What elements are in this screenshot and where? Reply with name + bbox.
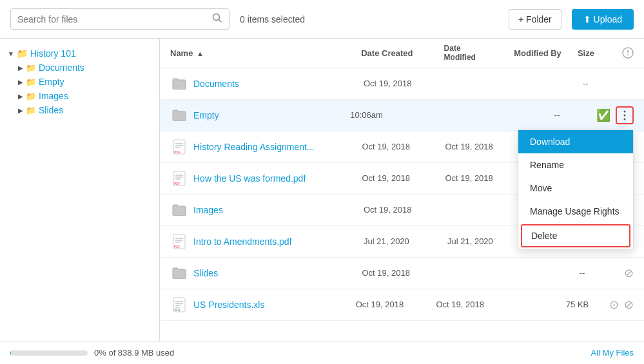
folder-icon-slides: 📁 bbox=[26, 106, 36, 115]
upload-button[interactable]: ⬆ Upload bbox=[572, 9, 634, 30]
svg-text:PDF: PDF bbox=[174, 182, 181, 186]
sidebar-item-images[interactable]: ▶ 📁 Images bbox=[15, 89, 154, 103]
folder-icon-images: 📁 bbox=[26, 91, 36, 101]
xls-icon-row: XLS bbox=[170, 296, 188, 314]
cell-name-amendments: PDF Intro to Amendments.pdf bbox=[170, 233, 364, 251]
svg-point-7 bbox=[624, 118, 626, 120]
sidebar-item-history101[interactable]: ▼ 📁 History 101 bbox=[5, 46, 154, 61]
file-name-us-presidents[interactable]: US Presidents.xls bbox=[193, 300, 264, 310]
storage-info: 0% of 838.9 MB used bbox=[10, 348, 174, 358]
circle-action-icon3[interactable]: ⊙ bbox=[609, 298, 619, 312]
table-row: Empty 10:06am -- ✅ Download Rename Move … bbox=[160, 100, 644, 131]
cell-size-documents: -- bbox=[583, 79, 628, 88]
slash-circle-icon2[interactable]: ⊘ bbox=[624, 298, 634, 312]
tree-arrow-icon: ▼ bbox=[8, 50, 14, 57]
sort-arrow-icon: ▲ bbox=[197, 50, 204, 57]
storage-text: 0% of 838.9 MB used bbox=[94, 348, 174, 358]
file-name-amendments[interactable]: Intro to Amendments.pdf bbox=[193, 236, 292, 247]
cell-name-images: Images bbox=[170, 201, 364, 219]
cell-actions-us-presidents: ⊙ ⊘ bbox=[609, 298, 634, 312]
search-icon[interactable] bbox=[212, 13, 222, 25]
footer: 0% of 838.9 MB used All My Files bbox=[0, 341, 644, 364]
col-header-date-modified[interactable]: DateModified bbox=[444, 44, 514, 62]
cell-name-us-formed: PDF How the US was formed.pdf bbox=[170, 169, 362, 187]
search-box bbox=[10, 8, 229, 30]
cell-date-created-us-formed: Oct 19, 2018 bbox=[362, 173, 445, 183]
svg-point-4 bbox=[627, 54, 629, 55]
menu-item-rename[interactable]: Rename bbox=[518, 153, 633, 177]
svg-text:XLS: XLS bbox=[174, 308, 181, 312]
svg-point-6 bbox=[624, 114, 626, 116]
file-name-documents[interactable]: Documents bbox=[193, 79, 239, 89]
table-header: Name ▲ Date Created DateModified Modifie… bbox=[160, 39, 644, 68]
cell-date-modified-us-formed: Oct 19, 2018 bbox=[445, 173, 515, 183]
file-name-us-formed[interactable]: How the US was formed.pdf bbox=[193, 173, 306, 184]
menu-item-delete[interactable]: Delete bbox=[521, 224, 630, 247]
col-header-date-created[interactable]: Date Created bbox=[361, 48, 444, 58]
sidebar-item-empty[interactable]: ▶ 📁 Empty bbox=[15, 75, 154, 89]
tree-arrow-docs: ▶ bbox=[18, 64, 23, 72]
col-header-actions bbox=[622, 47, 634, 59]
context-menu: Download Rename Move Manage Usage Rights… bbox=[518, 129, 634, 249]
menu-item-move[interactable]: Move bbox=[518, 177, 633, 200]
menu-item-download[interactable]: Download bbox=[518, 130, 633, 153]
svg-line-1 bbox=[219, 20, 222, 23]
folder-icon-row bbox=[170, 75, 188, 93]
cell-actions-empty: ✅ Download Rename Move Manage Usage Righ… bbox=[596, 106, 634, 124]
sidebar: ▼ 📁 History 101 ▶ 📁 Documents ▶ 📁 Empty … bbox=[0, 39, 160, 341]
cell-date-modified-amendments: Jul 21, 2020 bbox=[447, 236, 518, 246]
sidebar-label-slides: Slides bbox=[39, 105, 63, 115]
sidebar-item-slides[interactable]: ▶ 📁 Slides bbox=[15, 103, 154, 117]
svg-text:PDF: PDF bbox=[174, 150, 181, 154]
selected-count: 0 items selected bbox=[240, 14, 498, 24]
cell-name-slides: Slides bbox=[170, 264, 362, 282]
tree-arrow-slides: ▶ bbox=[18, 107, 23, 114]
pdf-icon-row3: PDF bbox=[170, 233, 188, 251]
col-header-modified-by[interactable]: Modified By bbox=[514, 48, 578, 58]
cell-date-created-us-presidents: Oct 19, 2018 bbox=[356, 300, 436, 309]
menu-item-manage-usage-rights[interactable]: Manage Usage Rights bbox=[518, 200, 633, 223]
sidebar-label-empty: Empty bbox=[39, 77, 64, 87]
cell-date-created-amendments: Jul 21, 2020 bbox=[364, 236, 447, 246]
search-input[interactable] bbox=[17, 14, 207, 24]
sidebar-label-documents: Documents bbox=[39, 62, 84, 73]
col-header-name[interactable]: Name ▲ bbox=[170, 48, 361, 58]
cell-date-modified-us-presidents: Oct 19, 2018 bbox=[436, 300, 504, 309]
cell-name-us-presidents: XLS US Presidents.xls bbox=[170, 296, 356, 314]
svg-text:PDF: PDF bbox=[174, 245, 181, 249]
file-name-empty[interactable]: Empty bbox=[193, 110, 219, 120]
folder-icon-docs: 📁 bbox=[26, 63, 36, 73]
cell-date-created-images: Oct 19, 2018 bbox=[364, 205, 447, 215]
all-my-files-link[interactable]: All My Files bbox=[591, 348, 634, 358]
main-layout: ▼ 📁 History 101 ▶ 📁 Documents ▶ 📁 Empty … bbox=[0, 39, 644, 341]
cell-actions-slides: ⊘ bbox=[624, 266, 634, 280]
cell-date-modified-hist-read: Oct 19, 2018 bbox=[445, 142, 515, 151]
cell-date-created-documents: Oct 19, 2018 bbox=[364, 79, 447, 88]
cell-size-slides: -- bbox=[580, 268, 624, 278]
storage-bar-fill bbox=[10, 350, 11, 356]
storage-bar bbox=[10, 350, 88, 356]
cell-date-created-hist-read: Oct 19, 2018 bbox=[362, 142, 445, 151]
file-name-images[interactable]: Images bbox=[193, 205, 223, 215]
folder-icon-empty: 📁 bbox=[26, 77, 36, 87]
folder-icon: 📁 bbox=[17, 48, 28, 59]
table-row: XLS US Presidents.xls Oct 19, 2018 Oct 1… bbox=[160, 289, 644, 321]
pdf-icon-row2: PDF bbox=[170, 169, 188, 187]
file-name-slides[interactable]: Slides bbox=[193, 268, 218, 278]
file-list-content: Name ▲ Date Created DateModified Modifie… bbox=[160, 39, 644, 341]
slash-circle-icon[interactable]: ⊘ bbox=[624, 266, 634, 280]
col-header-size[interactable]: Size bbox=[578, 48, 622, 58]
green-check-icon: ✅ bbox=[596, 108, 610, 122]
cell-name-documents: Documents bbox=[170, 75, 364, 93]
table-row: Documents Oct 19, 2018 -- bbox=[160, 68, 644, 100]
folder-icon-row-slides bbox=[170, 264, 188, 282]
folder-icon-row-images bbox=[170, 201, 188, 219]
file-name-history-reading[interactable]: History Reading Assignment... bbox=[193, 142, 315, 152]
sidebar-item-documents[interactable]: ▶ 📁 Documents bbox=[15, 61, 154, 75]
cell-size-empty: -- bbox=[554, 110, 596, 120]
add-folder-button[interactable]: + Folder bbox=[509, 9, 561, 30]
cell-size-us-presidents: 75 KB bbox=[566, 300, 609, 309]
tree-arrow-images: ▶ bbox=[18, 93, 23, 100]
sidebar-label-history101: History 101 bbox=[30, 48, 76, 59]
three-dot-menu-button[interactable] bbox=[616, 106, 634, 124]
